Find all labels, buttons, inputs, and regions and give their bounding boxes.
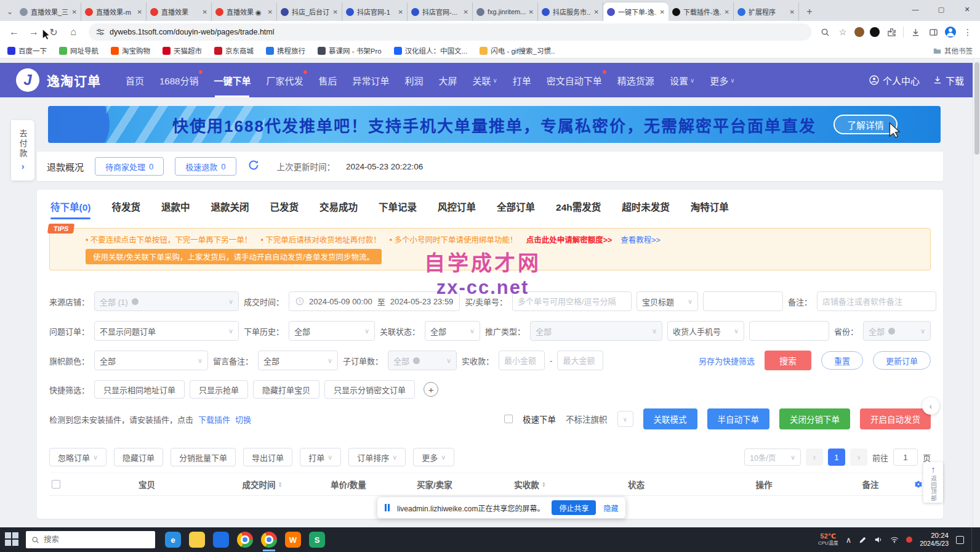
update-orders-button[interactable]: 更新订单 <box>873 351 931 370</box>
promo-banner[interactable]: 快使用1688代发推单吧！支持手机大单量推单，专属私密价，无需解密平台面单直发 … <box>48 106 941 143</box>
gear-icon[interactable] <box>913 479 924 490</box>
new-tab-button[interactable]: + <box>801 4 817 20</box>
province-select[interactable]: 全部 ∨ <box>863 321 931 341</box>
order-status-tab[interactable]: 待发货 <box>111 193 140 219</box>
reset-button[interactable]: 重置 <box>821 351 863 370</box>
browser-tab[interactable]: 下载插件-逸... ✕ <box>669 2 734 21</box>
tab-close-icon[interactable]: ✕ <box>464 9 468 15</box>
order-status-tab[interactable]: 超时未发货 <box>622 193 670 219</box>
tab-close-icon[interactable]: ✕ <box>725 9 729 15</box>
tab-close-icon[interactable]: ✕ <box>137 9 142 15</box>
problem-order-select[interactable]: 不显示问题订单 ∨ <box>94 321 239 341</box>
tab-search-icon[interactable]: ⌄ <box>4 4 16 20</box>
prev-page-button[interactable]: ‹ <box>806 448 823 466</box>
browser-tab[interactable]: 抖店服务市... ✕ <box>538 2 603 21</box>
table-column-header[interactable]: 单价/数量 <box>308 478 388 490</box>
wifi-icon[interactable] <box>890 535 899 544</box>
browser-tab[interactable]: 直播效果 ◉ ✕ <box>212 2 277 21</box>
download-icon[interactable] <box>909 26 922 38</box>
add-filter-icon[interactable]: + <box>424 382 438 397</box>
pen-icon[interactable] <box>859 536 867 544</box>
quick-filter-chip[interactable]: 只显示抢单 <box>190 380 248 399</box>
table-column-header[interactable]: 操作 <box>693 478 835 490</box>
table-column-header[interactable]: 成交时间 ▲▼ <box>216 478 308 490</box>
message-remark-select[interactable]: 全部 ∨ <box>258 351 338 370</box>
tab-close-icon[interactable]: ✕ <box>72 9 77 15</box>
side-payment-tab[interactable]: 去付款 › <box>11 120 34 181</box>
sidebar-icon[interactable] <box>927 26 939 38</box>
search-button[interactable]: 搜索 <box>765 351 811 370</box>
toolbar-button[interactable]: 订单排序 ∨ <box>348 448 406 466</box>
relation-status-select[interactable]: 全部 ∨ <box>425 321 480 341</box>
goto-page-input[interactable] <box>893 448 918 466</box>
bookmark-item[interactable]: 汉化组人：中国文... <box>394 46 468 55</box>
speaker-icon[interactable] <box>874 535 883 544</box>
download-plugin-link[interactable]: 下载插件 <box>198 413 230 425</box>
browser-tab[interactable]: 抖店官网-1 ✕ <box>342 2 408 21</box>
select-all-checkbox[interactable] <box>52 480 60 489</box>
fast-refund-button[interactable]: 极速退款 0 <box>175 157 236 176</box>
restore-button[interactable]: ▢ <box>928 0 954 18</box>
order-status-tab[interactable]: 24h需发货 <box>556 193 601 219</box>
order-no-input[interactable] <box>512 291 632 311</box>
forward-icon[interactable]: → <box>26 24 42 40</box>
user-center-link[interactable]: 个人中心 <box>869 74 920 87</box>
site-settings-icon[interactable] <box>96 28 105 36</box>
tab-close-icon[interactable]: ✕ <box>333 9 338 15</box>
tutorial-link[interactable]: 查看教程>> <box>621 233 661 245</box>
toolbar-button[interactable]: 打单 ∨ <box>300 448 341 466</box>
nav-menu-item[interactable]: 首页 <box>126 63 144 97</box>
taskbar-app-icon[interactable]: W <box>285 532 301 548</box>
nav-menu-item[interactable]: 售后 <box>318 63 337 97</box>
nav-menu-item[interactable]: 设置 ∨ <box>670 63 694 97</box>
quick-filter-chip[interactable]: 只显示分销密文订单 <box>324 380 415 399</box>
browser-tab[interactable]: 一键下单-逸... ✕ <box>603 2 669 21</box>
scrollbar-thumb[interactable] <box>974 62 979 155</box>
taskbar-search[interactable] <box>26 531 155 548</box>
nav-menu-item[interactable]: 利润 <box>404 63 423 97</box>
toolbar-button[interactable]: 更多 ∨ <box>413 448 454 466</box>
taskbar-app-icon[interactable] <box>261 532 277 548</box>
bookmark-item[interactable]: 天猫超市 <box>163 46 202 55</box>
next-page-button[interactable]: › <box>850 448 867 466</box>
taskbar-app-icon[interactable]: e <box>165 532 181 548</box>
scrollbar[interactable] <box>973 59 980 527</box>
hide-toast-link[interactable]: 隐藏 <box>603 503 618 513</box>
browser-tab[interactable]: fxg.jinritem... ✕ <box>473 2 538 21</box>
bookmark-item[interactable]: 慕课网 - 书架Pro <box>318 46 382 55</box>
back-icon[interactable]: ← <box>6 24 22 40</box>
order-status-tab[interactable]: 淘特订单 <box>691 193 729 219</box>
nav-menu-item[interactable]: 异常订单 <box>352 63 389 97</box>
download-link[interactable]: 下载 <box>933 74 964 87</box>
browser-tab[interactable]: 直播效果 ✕ <box>147 2 212 21</box>
tab-close-icon[interactable]: ✕ <box>203 9 207 15</box>
bookmark-item[interactable]: 京东商城 <box>214 46 254 55</box>
order-status-tab[interactable]: 交易成功 <box>319 193 358 219</box>
order-status-tab[interactable]: 风控订单 <box>438 193 476 219</box>
tab-close-icon[interactable]: ✕ <box>268 9 273 15</box>
toolbar-button[interactable]: 忽略订单 ∨ <box>49 448 106 466</box>
home-icon[interactable]: ⌂ <box>65 24 81 40</box>
tab-close-icon[interactable]: ✕ <box>790 9 795 15</box>
table-column-header[interactable]: 备注 <box>835 478 906 490</box>
taskbar-app-icon[interactable] <box>189 532 205 548</box>
order-status-tab[interactable]: 退款关闭 <box>211 193 249 219</box>
browser-tab[interactable]: 抖店官网-... ✕ <box>408 2 473 21</box>
phone-field-select[interactable]: 收货人手机号 ∨ <box>667 321 744 341</box>
order-status-tab[interactable]: 待下单(0) <box>50 193 90 219</box>
min-amount-input[interactable] <box>499 351 545 370</box>
source-shop-select[interactable]: 全部 (1) ∨ <box>94 291 239 311</box>
taskbar-app-icon[interactable] <box>213 532 229 548</box>
tab-close-icon[interactable]: ✕ <box>660 9 665 15</box>
zoom-icon[interactable] <box>819 26 831 38</box>
table-column-header[interactable]: 状态 <box>579 478 693 490</box>
minimize-button[interactable]: — <box>902 0 928 18</box>
table-column-header[interactable]: 宝贝 <box>78 478 216 490</box>
toolbar-button[interactable]: 导出订单 <box>243 448 292 466</box>
sort-icon[interactable]: ▲▼ <box>278 481 283 487</box>
stop-sharing-button[interactable]: 停止共享 <box>552 500 596 515</box>
tab-close-icon[interactable]: ✕ <box>529 9 534 15</box>
bookmark-item[interactable]: 淘宝购物 <box>111 46 150 55</box>
flag-color-select[interactable]: 全部 ∨ <box>94 351 208 370</box>
order-status-tab[interactable]: 下单记录 <box>379 193 417 219</box>
